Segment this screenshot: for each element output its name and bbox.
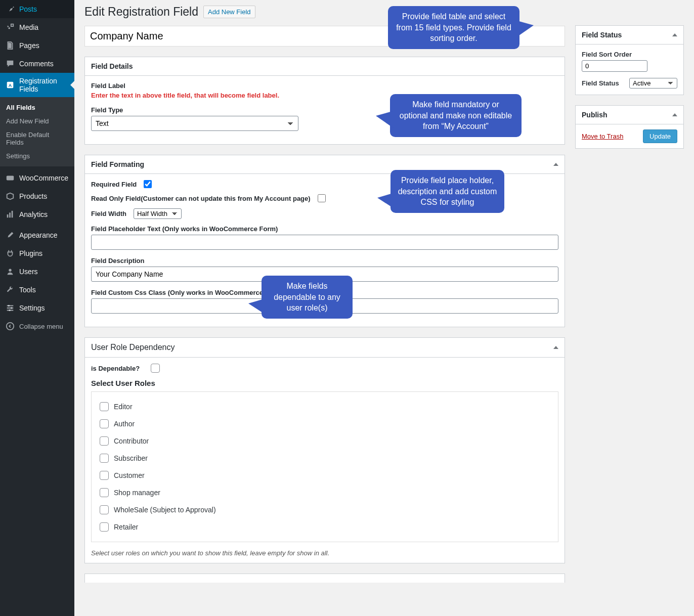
role-label: Retailer [114,523,138,531]
menu-label: Plugins [19,249,42,257]
field-label-label: Field Label [91,82,558,90]
menu-label: Settings [19,304,45,312]
role-checkbox[interactable] [100,488,109,497]
role-label: Shop manager [114,489,160,497]
width-label: Field Width [91,210,126,217]
submenu-settings[interactable]: Settings [0,149,74,163]
field-status-label: Field Status [582,79,619,87]
svg-point-7 [9,269,11,272]
next-box-peek [84,574,565,583]
box-heading: Field Formating [91,160,144,168]
reg-icon: A [5,80,15,90]
role-label: Contributor [114,437,149,445]
svg-point-10 [9,310,11,312]
role-label: Editor [114,403,133,411]
toggle-icon[interactable] [553,346,558,349]
submenu-all-fields[interactable]: All Fields [0,101,74,114]
role-checkbox[interactable] [100,419,109,428]
roles-list: Editor Author Contributor Subscriber Cus… [91,391,558,542]
move-to-trash-link[interactable]: Move to Trash [582,133,623,140]
menu-label: Pages [19,41,39,50]
main-content: Edit Registration Field Add New Field Fi… [74,0,694,613]
add-new-field-button[interactable]: Add New Field [203,6,255,18]
svg-point-0 [8,27,10,29]
woo-icon [5,173,15,183]
role-item: Shop manager [100,488,550,497]
field-status-select[interactable]: Active [629,78,677,89]
role-item: Contributor [100,436,550,446]
menu-label: Registration Fields [19,77,69,93]
select-roles-label: Select User Roles [91,379,558,387]
menu-label: Comments [19,60,54,68]
menu-label: Appearance [19,231,58,239]
role-checkbox[interactable] [100,471,109,480]
menu-media[interactable]: Media [0,18,74,36]
menu-label: Posts [19,5,37,13]
menu-comments[interactable]: Comments [0,55,74,73]
menu-registration-fields[interactable]: A Registration Fields [0,73,74,97]
menu-plugins[interactable]: Plugins [0,244,74,262]
admin-sidebar: Posts Media Pages Comments A Registratio… [0,0,74,616]
description-label: Field Description [91,257,558,265]
role-item: WholeSale (Subject to Approval) [100,505,550,514]
collapse-menu[interactable]: Collapse menu [0,317,74,335]
menu-products[interactable]: Products [0,187,74,205]
toggle-icon[interactable] [672,33,677,36]
callout-field-table: Provide field table and select from 15 f… [388,6,519,49]
svg-point-11 [7,323,14,330]
svg-text:A: A [9,83,12,88]
user-icon [5,267,15,277]
svg-rect-5 [9,212,11,217]
collapse-label: Collapse menu [19,323,63,330]
menu-woocommerce[interactable]: WooCommerce [0,169,74,187]
publish-box: Publish Move to Trash Update [575,105,684,149]
field-type-select[interactable]: Text [91,116,298,131]
role-item: Author [100,419,550,428]
update-button[interactable]: Update [643,129,677,143]
svg-rect-6 [12,211,13,218]
collapse-icon [5,321,15,331]
menu-users[interactable]: Users [0,262,74,281]
placeholder-input[interactable] [91,235,558,250]
plug-icon [5,248,15,258]
role-checkbox[interactable] [100,436,109,446]
menu-label: Users [19,268,38,276]
menu-pages[interactable]: Pages [0,36,74,55]
submenu-add-new[interactable]: Add New Field [0,114,74,128]
menu-label: Products [19,192,47,200]
pin-icon [5,4,15,14]
role-item: Customer [100,471,550,480]
box-heading: Field Status [582,31,622,39]
required-checkbox[interactable] [144,180,152,188]
menu-settings[interactable]: Settings [0,299,74,317]
dependable-label: is Dependable? [91,365,140,372]
brush-icon [5,230,15,240]
menu-posts[interactable]: Posts [0,0,74,18]
comment-icon [5,59,15,69]
chart-icon [5,209,15,219]
role-item: Subscriber [100,454,550,463]
role-checkbox[interactable] [100,454,109,463]
toggle-icon[interactable] [553,163,558,166]
submenu-enable-default[interactable]: Enable Default Fields [0,128,74,149]
menu-analytics[interactable]: Analytics [0,205,74,224]
menu-appearance[interactable]: Appearance [0,226,74,244]
menu-tools[interactable]: Tools [0,281,74,299]
role-checkbox[interactable] [100,505,109,514]
dependable-checkbox[interactable] [151,364,160,373]
field-width-select[interactable]: Half Width [134,208,182,219]
svg-rect-4 [7,214,9,217]
submenu: All Fields Add New Field Enable Default … [0,97,74,166]
menu-label: WooCommerce [19,174,68,182]
sort-order-input[interactable] [582,60,647,72]
role-checkbox[interactable] [100,402,109,411]
svg-rect-3 [7,176,14,181]
callout-placeholder: Provide field place holder, description … [391,170,504,213]
role-checkbox[interactable] [100,522,109,532]
pages-icon [5,40,15,51]
readonly-label: Read Only Field(Customer can not update … [91,195,311,202]
field-status-box: Field Status Field Sort Order Field Stat… [575,25,684,95]
toggle-icon[interactable] [672,113,677,116]
readonly-checkbox[interactable] [318,194,326,202]
page-title: Edit Registration Field [84,5,198,19]
